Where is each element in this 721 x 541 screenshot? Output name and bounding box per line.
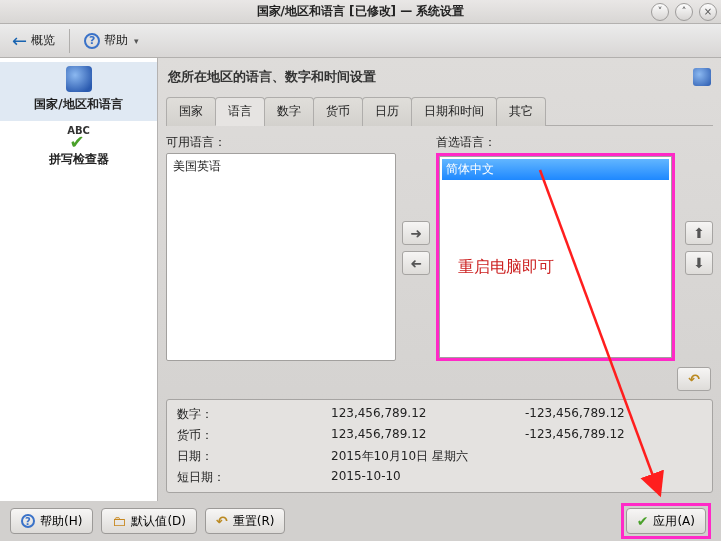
tab-other[interactable]: 其它 (496, 97, 546, 126)
apply-button[interactable]: ✔ 应用(A) (626, 508, 706, 534)
globe-icon (693, 68, 711, 86)
info-value: -123,456,789.12 (525, 406, 721, 423)
sidebar: 国家/地区和语言 ABC 拼写检查器 (0, 58, 158, 501)
move-left-button[interactable]: ➜ (402, 251, 430, 275)
preferred-languages-label: 首选语言： (436, 134, 675, 151)
titlebar: 国家/地区和语言 [已修改] — 系统设置 ˅ ˄ × (0, 0, 721, 24)
info-value (525, 448, 721, 465)
list-item[interactable]: 简体中文 (442, 159, 669, 180)
main-toolbar: ← 概览 ? 帮助 ▾ (0, 24, 721, 58)
toolbar-separator (69, 29, 70, 53)
overview-label: 概览 (31, 32, 55, 49)
info-value: 2015年10月10日 星期六 (331, 448, 521, 465)
sidebar-item-label: 拼写检查器 (4, 151, 153, 168)
page-title: 您所在地区的语言、数字和时间设置 (168, 68, 376, 86)
sidebar-item-locale[interactable]: 国家/地区和语言 (0, 62, 157, 121)
preferred-highlight-annotation: 简体中文 重启电脑即可 (436, 153, 675, 361)
sidebar-item-label: 国家/地区和语言 (4, 96, 153, 113)
info-value: 123,456,789.12 (331, 427, 521, 444)
check-icon: ✔ (637, 513, 649, 529)
reset-icon: ↶ (216, 513, 228, 529)
tab-numbers[interactable]: 数字 (264, 97, 314, 126)
move-up-button[interactable]: ⬆ (685, 221, 713, 245)
tab-country[interactable]: 国家 (166, 97, 216, 126)
info-value: 2015-10-10 (331, 469, 521, 486)
reset-button[interactable]: ↶ 重置(R) (205, 508, 285, 534)
tabstrip: 国家 语言 数字 货币 日历 日期和时间 其它 (166, 96, 713, 126)
info-label: 货币： (177, 427, 327, 444)
available-languages-listbox[interactable]: 美国英语 (166, 153, 396, 361)
revert-button[interactable]: ↶ (677, 367, 711, 391)
overview-button[interactable]: ← 概览 (6, 26, 61, 55)
tab-datetime[interactable]: 日期和时间 (411, 97, 497, 126)
defaults-button[interactable]: 🗀 默认值(D) (101, 508, 197, 534)
bottom-button-bar: ? 帮助(H) 🗀 默认值(D) ↶ 重置(R) ✔ 应用(A) (0, 501, 721, 541)
info-label: 日期： (177, 448, 327, 465)
help-label: 帮助 (104, 32, 128, 49)
list-item[interactable]: 美国英语 (169, 156, 393, 177)
maximize-button[interactable]: ˄ (675, 3, 693, 21)
help-dropdown-button[interactable]: ? 帮助 ▾ (78, 28, 145, 53)
back-arrow-icon: ← (12, 30, 27, 51)
info-label: 短日期： (177, 469, 327, 486)
tab-currency[interactable]: 货币 (313, 97, 363, 126)
info-value: -123,456,789.12 (525, 427, 721, 444)
move-right-button[interactable]: ➜ (402, 221, 430, 245)
help-icon: ? (21, 514, 35, 528)
minimize-button[interactable]: ˅ (651, 3, 669, 21)
globe-icon (66, 66, 92, 92)
sidebar-item-spellcheck[interactable]: ABC 拼写检查器 (0, 121, 157, 176)
preferred-languages-listbox[interactable]: 简体中文 重启电脑即可 (439, 156, 672, 358)
spellcheck-icon: ABC (62, 125, 96, 147)
available-languages-label: 可用语言： (166, 134, 396, 151)
annotation-text: 重启电脑即可 (458, 257, 554, 278)
apply-highlight-annotation: ✔ 应用(A) (621, 503, 711, 539)
close-button[interactable]: × (699, 3, 717, 21)
tab-language[interactable]: 语言 (215, 97, 265, 126)
help-button[interactable]: ? 帮助(H) (10, 508, 93, 534)
format-preview-panel: 数字： 123,456,789.12 -123,456,789.12 货币： 1… (166, 399, 713, 493)
info-value (525, 469, 721, 486)
tab-calendar[interactable]: 日历 (362, 97, 412, 126)
window-title: 国家/地区和语言 [已修改] — 系统设置 (0, 3, 721, 20)
revert-icon: ↶ (688, 371, 700, 387)
main-panel: 您所在地区的语言、数字和时间设置 国家 语言 数字 货币 日历 日期和时间 其它… (158, 58, 721, 501)
chevron-down-icon: ▾ (134, 36, 139, 46)
folder-icon: 🗀 (112, 513, 126, 529)
move-down-button[interactable]: ⬇ (685, 251, 713, 275)
info-label: 数字： (177, 406, 327, 423)
info-value: 123,456,789.12 (331, 406, 521, 423)
help-icon: ? (84, 33, 100, 49)
